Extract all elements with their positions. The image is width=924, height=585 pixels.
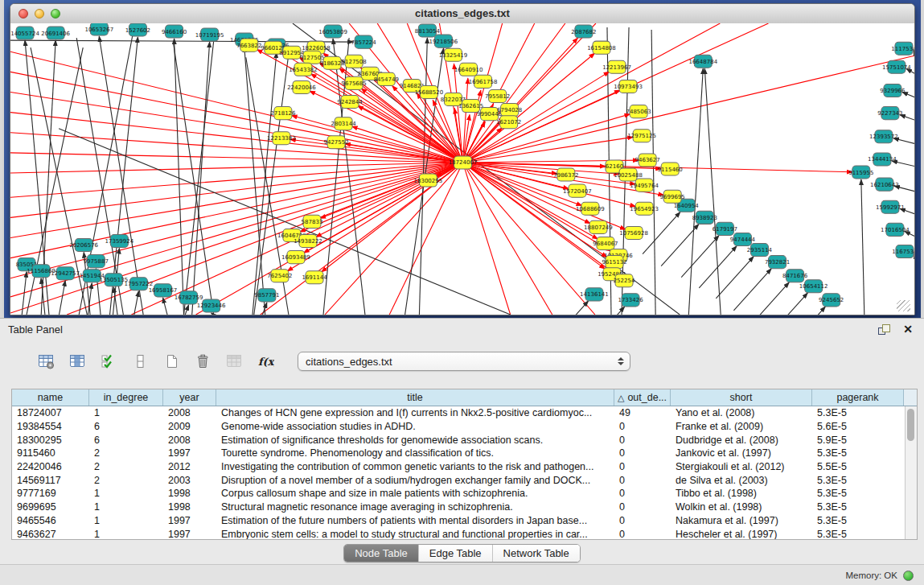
- table-row[interactable]: 911546021997Tourette syndrome. Phenomeno…: [12, 447, 905, 460]
- graph-node[interactable]: 1733426: [618, 294, 643, 307]
- tab-node-table[interactable]: Node Table: [344, 545, 418, 562]
- graph-node[interactable]: 6794028: [497, 104, 522, 117]
- graph-node[interactable]: 2718126: [270, 107, 296, 120]
- graph-node[interactable]: 15720407: [563, 184, 592, 197]
- column-header-year[interactable]: year: [163, 389, 216, 406]
- graph-node[interactable]: 1527602: [125, 23, 150, 36]
- table-row[interactable]: 1938455462009Genome-wide association stu…: [12, 420, 905, 434]
- graph-node[interactable]: 10719195: [195, 28, 224, 41]
- graph-node[interactable]: 16543382: [289, 63, 318, 76]
- table-row[interactable]: 977716911998Corpus callosum shape and si…: [12, 487, 905, 501]
- delete-table-icon[interactable]: [192, 352, 213, 371]
- select-columns-icon[interactable]: [67, 352, 88, 371]
- graph-node[interactable]: 1621072: [496, 116, 521, 129]
- graph-node[interactable]: 12213967: [602, 60, 631, 73]
- graph-node[interactable]: 2935114: [747, 244, 773, 257]
- graph-node[interactable]: 14136141: [580, 288, 609, 301]
- graph-node[interactable]: 7625402: [267, 270, 292, 282]
- graph-node[interactable]: 1691144: [302, 271, 327, 284]
- float-panel-icon[interactable]: [878, 324, 890, 335]
- graph-node[interactable]: 9227343: [877, 107, 902, 120]
- graph-node[interactable]: 12975125: [627, 130, 656, 142]
- graph-node[interactable]: 9699695: [660, 190, 685, 203]
- column-header-title[interactable]: title: [216, 389, 614, 406]
- graph-node[interactable]: 9127508: [342, 55, 367, 68]
- graph-node[interactable]: 7857224: [351, 35, 377, 48]
- vertical-scrollbar[interactable]: [905, 406, 917, 539]
- graph-node[interactable]: 9615132: [602, 256, 626, 269]
- graph-node[interactable]: 7932821: [765, 256, 790, 269]
- graph-node[interactable]: 7986372: [553, 168, 578, 181]
- select-rows-icon[interactable]: [98, 352, 119, 371]
- graph-node[interactable]: 9427552: [323, 136, 348, 149]
- graph-node[interactable]: 587833: [302, 215, 323, 228]
- scrollbar-thumb[interactable]: [907, 409, 914, 441]
- function-builder-icon[interactable]: f(x): [255, 352, 276, 371]
- graph-node[interactable]: 10688609: [576, 202, 605, 215]
- graph-node[interactable]: 16648784: [688, 55, 717, 68]
- graph-node[interactable]: 16053809: [318, 25, 347, 38]
- tab-network-table[interactable]: Network Table: [492, 545, 580, 562]
- graph-node[interactable]: 16154808: [587, 41, 616, 54]
- table-row[interactable]: 2242004622012Investigating the contribut…: [12, 460, 905, 474]
- cell-format-icon[interactable]: [129, 352, 150, 371]
- column-header-out_de[interactable]: △out_de...: [614, 389, 671, 406]
- graph-node[interactable]: 2087682: [571, 25, 596, 38]
- graph-node[interactable]: 9975887: [84, 255, 109, 268]
- graph-node[interactable]: 12213383: [267, 132, 296, 145]
- graph-node[interactable]: 7955812: [485, 89, 510, 102]
- graph-node[interactable]: 16961758: [469, 75, 498, 88]
- table-row[interactable]: 1456911722003Disruption of a novel membe…: [12, 473, 905, 487]
- graph-node[interactable]: 17359924: [105, 234, 134, 247]
- graph-node[interactable]: 9466160: [162, 25, 187, 38]
- graph-node[interactable]: 7485063: [626, 105, 651, 118]
- close-panel-icon[interactable]: ✕: [903, 324, 913, 335]
- resize-grip-icon[interactable]: [897, 300, 910, 311]
- graph-node[interactable]: 16210643: [870, 178, 899, 191]
- table-row[interactable]: 946362711997Embryonic stem cells: a mode…: [12, 527, 905, 539]
- graph-node[interactable]: 9474444: [730, 233, 756, 245]
- table-row[interactable]: 969969511998Structural magnetic resonanc…: [12, 501, 905, 514]
- window-titlebar[interactable]: citations_edges.txt: [10, 4, 914, 24]
- graph-node[interactable]: 1167534: [892, 245, 914, 258]
- graph-node[interactable]: 9115460: [658, 163, 683, 175]
- graph-node[interactable]: 15992971: [876, 200, 905, 213]
- tab-edge-table[interactable]: Edge Table: [418, 545, 492, 562]
- graph-node[interactable]: 9675685: [342, 76, 367, 89]
- graph-node[interactable]: 9857791: [254, 289, 279, 302]
- graph-node[interactable]: 9463627: [635, 154, 660, 167]
- graph-node[interactable]: 13444134: [868, 153, 897, 166]
- graph-node[interactable]: 7663822: [236, 39, 261, 51]
- graph-node[interactable]: 20691406: [41, 27, 70, 39]
- graph-node[interactable]: 2803144: [331, 117, 357, 130]
- table-selector[interactable]: citations_edges.txt: [298, 352, 630, 371]
- graph-node[interactable]: 14055724: [10, 27, 39, 39]
- graph-node[interactable]: 1117534: [891, 42, 914, 55]
- table-row[interactable]: 1872400712008Changes of HCN gene express…: [12, 406, 905, 420]
- graph-node[interactable]: 8938923: [692, 211, 717, 224]
- graph-node[interactable]: 9329966: [880, 84, 906, 97]
- create-table-icon[interactable]: [161, 352, 182, 371]
- citation-network-graph[interactable]: 1405572420691406106532671527602946616010…: [10, 23, 914, 315]
- graph-node[interactable]: 8454749: [374, 72, 399, 85]
- network-canvas[interactable]: 1405572420691406106532671527602946616010…: [10, 23, 914, 315]
- table-settings-icon[interactable]: [35, 352, 56, 371]
- column-header-in_degree[interactable]: in_degree: [89, 389, 163, 406]
- graph-node[interactable]: 12393572: [869, 130, 898, 143]
- graph-node[interactable]: 9115955: [848, 166, 873, 179]
- graph-node[interactable]: 10654112: [799, 280, 828, 293]
- graph-node[interactable]: 16640910: [454, 63, 483, 76]
- column-header-short[interactable]: short: [671, 389, 812, 406]
- graph-node[interactable]: 17016504: [881, 223, 910, 236]
- table-row[interactable]: 1830029562008Estimation of significance …: [12, 433, 905, 447]
- table-row[interactable]: 946554611997Estimation of the future num…: [12, 514, 905, 528]
- graph-node[interactable]: 6179197: [713, 222, 737, 235]
- graph-node[interactable]: 16093489: [281, 251, 310, 264]
- column-header-name[interactable]: name: [12, 389, 89, 406]
- graph-node[interactable]: 10653267: [84, 23, 113, 35]
- graph-node[interactable]: 8471676: [782, 270, 808, 282]
- graph-node[interactable]: 9684067: [593, 237, 618, 249]
- graph-node[interactable]: 252254: [614, 274, 635, 287]
- column-header-pagerank[interactable]: pagerank: [812, 389, 904, 406]
- graph-node[interactable]: 9245652: [819, 294, 844, 307]
